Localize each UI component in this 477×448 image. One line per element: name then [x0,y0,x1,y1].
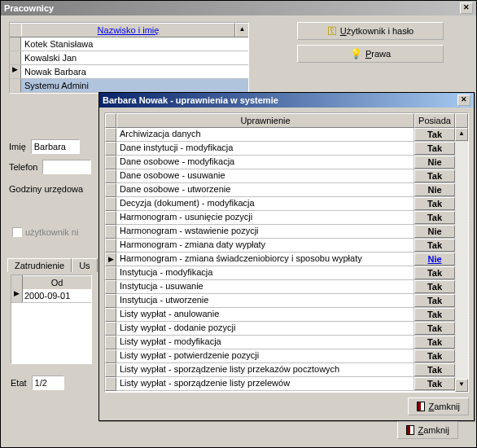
row-marker-icon [105,225,116,239]
permission-toggle[interactable]: Tak [414,142,455,155]
list-item[interactable]: Systemu Admini [10,79,248,93]
checkbox-icon[interactable] [12,227,22,237]
col-uprawnienie: Uprawnienie [116,113,414,128]
imie-input[interactable] [31,139,80,154]
telefon-label: Telefon [9,162,37,172]
permission-toggle[interactable]: Tak [414,363,455,376]
table-row[interactable]: Dane osobowe - modyfikacjaNie [105,156,455,169]
permission-toggle[interactable]: Tak [414,322,455,335]
row-marker-icon [10,37,21,51]
row-marker-icon [105,128,116,142]
telefon-input[interactable] [42,160,91,174]
imie-label: Imię [9,142,26,152]
permission-toggle[interactable]: Tak [414,336,455,349]
row-marker-icon [105,294,116,308]
field-imie: Imię [9,139,80,154]
permission-toggle[interactable]: Nie [414,225,455,238]
table-row[interactable]: Listy wypłat - sporządzenie listy przele… [105,377,455,391]
list-item[interactable]: ▶Nowak Barbara [10,65,248,79]
permission-label: Listy wypłat - sporządzenie listy przeka… [116,363,414,377]
permission-toggle[interactable]: Tak [414,169,455,182]
table-row[interactable]: Listy wypłat - modyfikacjaTak [105,336,455,349]
table-row[interactable]: Dane osobowe - utworzenieNie [105,183,455,197]
tab-zatrudnienie[interactable]: Zatrudnienie [7,258,72,272]
employment-grid[interactable]: Od ▶ 2000-09-01 [11,275,92,364]
close-button-back[interactable]: Zamknij [397,421,458,439]
row-marker-icon [105,322,116,336]
table-row[interactable]: Listy wypłat - anulowanieTak [105,308,455,322]
permission-toggle[interactable]: Tak [414,211,455,224]
permissions-grid: Uprawnienie Posiada Archiwizacja danychT… [104,112,469,393]
permission-toggle[interactable]: Tak [414,266,455,279]
door-icon [417,402,425,411]
table-row[interactable]: Instytucja - modyfikacjaTak [105,266,455,280]
table-row[interactable]: Harmonogram - wstawienie pozycjiNie [105,225,455,239]
permission-toggle[interactable]: Tak [414,377,455,390]
user-checkbox-row: użytkownik ni [12,227,78,237]
row-marker-icon [105,308,116,322]
list-item[interactable]: Kowalski Jan [10,51,248,65]
row-marker-icon [105,266,116,280]
etat-row: Etat [11,376,64,390]
table-row[interactable]: ▶Harmonogram - zmiana świadczeniobiorcy … [105,253,455,266]
key-icon: ⚿ [327,25,337,37]
field-telefon: Telefon [9,160,91,174]
col-posiada: Posiada [414,113,455,128]
permissions-titlebar: Barbara Nowak - uprawnienia w systemie ✕ [99,93,474,108]
permission-label: Harmonogram - wstawienie pozycji [116,225,414,239]
permission-toggle[interactable]: Tak [414,308,455,321]
employees-title: Pracownicy [4,3,54,13]
table-row[interactable]: Dane osobowe - usuwanieTak [105,169,455,183]
table-row[interactable]: Harmonogram - zmiana daty wypłatyTak [105,239,455,253]
godziny-label: Godziny urzędowa [9,184,83,194]
table-row[interactable]: Listy wypłat - sporządzenie listy przeka… [105,363,455,377]
table-row[interactable]: Harmonogram - usunięcie pozycjiTak [105,211,455,225]
row-marker-icon: ▶ [10,65,21,78]
employee-name: Systemu Admini [21,79,248,92]
row-marker-icon [105,363,116,377]
scroll-track[interactable] [455,141,468,379]
scrollbar[interactable]: ▲ ▼ [455,113,468,392]
close-icon[interactable]: ✕ [460,2,473,14]
list-item[interactable]: Kotek Stanisława [10,37,248,51]
permission-label: Instytucja - utworzenie [116,294,414,308]
permission-toggle[interactable]: Nie [414,183,455,196]
close-button[interactable]: Zamknij [408,397,469,415]
tab-us[interactable]: Us [72,258,97,272]
user-password-button[interactable]: ⚿ Użytkownik i hasło [297,22,444,40]
permission-label: Dane osobowe - utworzenie [116,183,414,197]
permission-toggle[interactable]: Tak [414,128,455,141]
table-row[interactable]: Decyzja (dokument) - modyfikacjaTak [105,197,455,211]
employees-list[interactable]: Nazwisko i imię ▲ Kotek StanisławaKowals… [9,22,249,94]
employment-date[interactable]: 2000-09-01 [23,289,91,302]
permission-toggle[interactable]: Tak [414,239,455,252]
rights-button[interactable]: 💡 Prawa [297,45,444,63]
table-row[interactable]: Dane instytucji - modyfikacjaTak [105,142,455,156]
permission-toggle[interactable]: Tak [414,349,455,362]
permission-toggle[interactable]: Nie [414,156,455,169]
close-icon[interactable]: ✕ [457,94,470,106]
row-marker-icon [105,349,116,363]
row-marker-icon [105,197,116,211]
permission-label: Listy wypłat - sporządzenie listy przele… [116,377,414,391]
row-marker-icon [105,377,116,391]
permission-toggle[interactable]: Tak [414,294,455,307]
permission-toggle[interactable]: Tak [414,197,455,210]
table-row[interactable]: Listy wypłat - dodanie pozycjiTak [105,322,455,336]
table-row[interactable]: Archiwizacja danychTak [105,128,455,142]
row-marker-icon [10,79,21,92]
scroll-up-icon[interactable]: ▲ [235,23,248,37]
employee-name: Nowak Barbara [21,65,248,78]
bulb-icon: 💡 [350,48,362,59]
etat-input[interactable] [32,376,64,390]
table-row[interactable]: Listy wypłat - potwierdzenie pozycjiTak [105,349,455,363]
scroll-up-icon[interactable]: ▲ [455,128,468,141]
scroll-down-icon[interactable]: ▼ [455,379,468,392]
table-row[interactable]: Instytucja - utworzenieTak [105,294,455,308]
column-header-name[interactable]: Nazwisko i imię [21,23,235,37]
permission-toggle[interactable]: Tak [414,280,455,293]
permissions-header: Uprawnienie Posiada [105,113,455,128]
permission-toggle[interactable]: Nie [414,253,455,266]
table-row[interactable]: Instytucja - usuwanieTak [105,280,455,294]
permission-label: Listy wypłat - dodanie pozycji [116,322,414,336]
